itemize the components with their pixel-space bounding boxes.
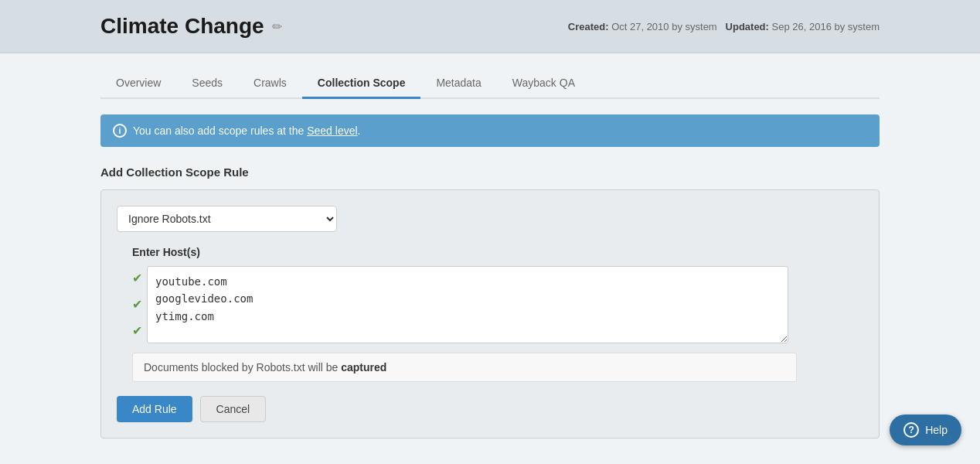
main-content: Overview Seeds Crawls Collection Scope M… <box>0 53 980 464</box>
created-value: Oct 27, 2010 by system <box>611 21 717 32</box>
updated-label: Updated: <box>726 21 769 32</box>
form-section-title: Add Collection Scope Rule <box>100 165 880 179</box>
captured-note: Documents blocked by Robots.txt will be … <box>132 353 797 382</box>
info-icon: i <box>113 124 127 138</box>
tab-wayback-qa[interactable]: Wayback QA <box>497 69 590 99</box>
add-rule-button[interactable]: Add Rule <box>117 396 192 422</box>
meta-info: Created: Oct 27, 2010 by system Updated:… <box>568 21 880 32</box>
rule-form-box: Ignore Robots.txt Block by Host Allow by… <box>100 189 880 438</box>
host-check-icon-1: ✔ <box>132 272 142 285</box>
host-check-icon-3: ✔ <box>132 325 142 337</box>
tab-seeds[interactable]: Seeds <box>176 69 238 99</box>
edit-icon[interactable]: ✏ <box>272 19 282 34</box>
content-section: i You can also add scope rules at the Se… <box>100 99 880 454</box>
host-check-icon-2: ✔ <box>132 299 142 311</box>
tabs-container: Overview Seeds Crawls Collection Scope M… <box>100 53 880 99</box>
host-textarea[interactable]: youtube.com googlevideo.com ytimg.com <box>147 266 788 343</box>
host-icons-col: ✔ ✔ ✔ <box>132 266 147 343</box>
tab-collection-scope[interactable]: Collection Scope <box>302 69 421 99</box>
tab-metadata[interactable]: Metadata <box>420 69 496 99</box>
host-entries: ✔ ✔ ✔ youtube.com googlevideo.com ytimg.… <box>132 266 863 343</box>
page-title: Climate Change <box>100 14 264 39</box>
rule-type-select[interactable]: Ignore Robots.txt Block by Host Allow by… <box>117 206 337 232</box>
tab-crawls[interactable]: Crawls <box>238 69 302 99</box>
action-buttons: Add Rule Cancel <box>117 396 863 422</box>
title-area: Climate Change ✏ <box>100 14 282 39</box>
hosts-label: Enter Host(s) <box>132 246 863 258</box>
help-button[interactable]: ? Help <box>890 415 961 445</box>
info-banner: i You can also add scope rules at the Se… <box>100 114 880 147</box>
hosts-section: Enter Host(s) ✔ ✔ ✔ youtube.com googlevi… <box>132 246 863 382</box>
info-banner-text: You can also add scope rules at the Seed… <box>133 125 360 137</box>
created-label: Created: <box>568 21 609 32</box>
tab-overview[interactable]: Overview <box>100 69 176 99</box>
help-label: Help <box>925 424 948 436</box>
updated-value: Sep 26, 2016 by system <box>772 21 880 32</box>
cancel-button[interactable]: Cancel <box>200 396 267 422</box>
help-icon: ? <box>903 422 919 438</box>
page-header: Climate Change ✏ Created: Oct 27, 2010 b… <box>0 0 980 53</box>
seed-level-link[interactable]: Seed level <box>307 125 357 137</box>
